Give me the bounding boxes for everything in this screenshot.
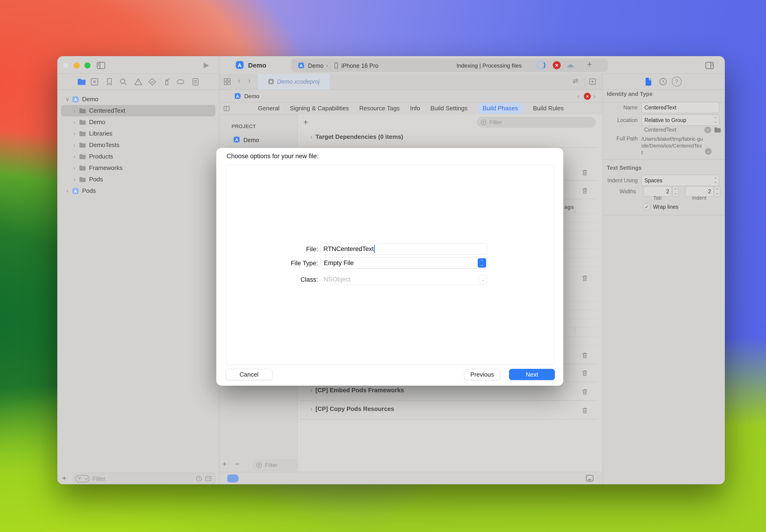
disclosure-icon[interactable]: › [71, 153, 77, 160]
disclosure-icon[interactable]: ∨ [64, 96, 70, 103]
report-navigator-icon[interactable] [191, 77, 200, 86]
disclosure-icon[interactable]: › [310, 406, 312, 412]
minimize-button[interactable] [74, 62, 80, 68]
delete-phase-icon[interactable] [581, 352, 589, 359]
wrap-lines-checkbox[interactable]: ✓ [643, 203, 650, 210]
clear-location-icon[interactable]: ✕ [705, 127, 711, 133]
file-inspector-icon[interactable] [644, 77, 654, 86]
phases-filter-field[interactable]: Filter [477, 117, 596, 128]
scm-filter-icon[interactable] [205, 475, 212, 482]
tab-signing-capabilities[interactable]: Signing & Capabilities [290, 105, 349, 112]
indent-using-popup[interactable]: Spaces ⌃ ⌄ [641, 175, 719, 186]
embed-pods-frameworks-row[interactable]: › [CP] Embed Pods Frameworks [310, 387, 404, 394]
sidebar-item-demotests[interactable]: › DemoTests [57, 139, 219, 151]
back-button[interactable]: ‹ [238, 76, 240, 85]
add-target-button[interactable]: + [222, 460, 227, 468]
delete-phase-icon[interactable] [581, 169, 589, 176]
bookmark-navigator-icon[interactable] [105, 77, 114, 86]
sidebar-item-demo-project[interactable]: ∨ Demo [57, 93, 219, 105]
error-badge[interactable]: ✕ [553, 61, 561, 69]
run-button[interactable]: ▶ [204, 61, 209, 69]
tab-width-stepper[interactable]: ⌃ ⌄ [672, 186, 678, 197]
class-combo[interactable]: NSObject ⌄ [320, 274, 487, 285]
activity-status[interactable]: Indexing | Processing files [445, 62, 522, 69]
copy-pods-resources-row[interactable]: › [CP] Copy Pods Resources [310, 405, 394, 413]
source-control-navigator-icon[interactable] [90, 77, 99, 86]
remove-target-button[interactable]: − [235, 460, 239, 468]
delete-phase-icon[interactable] [581, 274, 589, 282]
toggle-inspector-icon[interactable] [705, 60, 715, 71]
tab-build-phases[interactable]: Build Phases [478, 103, 523, 114]
zoom-button[interactable] [84, 62, 90, 68]
find-navigator-icon[interactable] [118, 77, 128, 86]
history-inspector-icon[interactable] [658, 77, 668, 86]
open-path-arrow-icon[interactable]: → [705, 148, 712, 155]
breakpoint-navigator-icon[interactable] [176, 77, 185, 86]
disclosure-icon[interactable]: › [71, 142, 77, 148]
disclosure-icon[interactable]: › [310, 134, 312, 140]
sidebar-item-centeredtext[interactable]: › CenteredText [61, 105, 215, 116]
project-row-label[interactable]: Demo [243, 137, 259, 144]
tab-build-rules[interactable]: Build Rules [533, 105, 564, 112]
disclosure-icon[interactable]: › [71, 176, 77, 183]
add-build-phase-button[interactable]: + [303, 117, 308, 127]
location-popup[interactable]: Relative to Group ⌃ ⌄ [641, 115, 719, 126]
device-indicator-icon[interactable] [227, 474, 238, 482]
project-pane-filter-field[interactable]: Filter [253, 460, 297, 471]
tab-info[interactable]: Info [410, 105, 420, 112]
run-destination[interactable]: iPhone 16 Pro [341, 62, 378, 69]
editor-options-icon[interactable] [585, 473, 595, 483]
help-inspector-icon[interactable]: ? [672, 77, 682, 86]
project-navigator-icon[interactable] [77, 77, 86, 86]
add-editor-icon[interactable] [588, 77, 597, 86]
sidebar-item-pods-group[interactable]: › Pods [57, 174, 219, 185]
swap-editor-icon[interactable]: ⇄ [573, 77, 579, 85]
sidebar-item-pods-project[interactable]: › Pods [57, 185, 219, 197]
debug-navigator-icon[interactable] [162, 77, 172, 86]
disclosure-icon[interactable]: › [64, 188, 70, 194]
test-navigator-icon[interactable] [147, 77, 157, 86]
previous-button[interactable]: Previous [464, 369, 500, 380]
related-items-icon[interactable] [223, 77, 232, 86]
tab-build-settings[interactable]: Build Settings [431, 105, 468, 112]
jumpbar-item[interactable]: Demo [244, 93, 259, 100]
issue-navigator-icon[interactable] [133, 77, 143, 86]
tab-general[interactable]: General [258, 105, 280, 112]
scheme-name[interactable]: Demo [308, 62, 323, 69]
sidebar-item-frameworks[interactable]: › Frameworks [57, 162, 219, 174]
file-name-input[interactable]: RTNCenteredText [320, 243, 487, 255]
sidebar-item-demo-group[interactable]: › Demo [57, 116, 219, 128]
sidebar-item-libraries[interactable]: › Libraries [57, 128, 219, 139]
choose-folder-icon[interactable] [714, 126, 721, 134]
name-field[interactable]: CenteredText [641, 102, 719, 113]
target-dependencies-row[interactable]: › Target Dependencies (0 items) [310, 133, 403, 140]
jumpbar-error-badge[interactable]: ✕ [584, 93, 591, 100]
add-file-button[interactable]: + [62, 474, 67, 483]
cancel-button[interactable]: Cancel [226, 369, 272, 380]
add-toolbar-button[interactable]: + [587, 59, 592, 69]
delete-phase-icon[interactable] [581, 388, 589, 395]
editor-tab[interactable]: Demo.xcodeproj [257, 74, 330, 90]
disclosure-icon[interactable]: › [71, 130, 77, 137]
issue-forward-button[interactable]: › [593, 92, 596, 100]
combo-chevron-icon[interactable]: ⌄ [479, 275, 487, 284]
delete-phase-icon[interactable] [581, 407, 589, 414]
close-button[interactable] [63, 62, 69, 68]
disclosure-icon[interactable]: › [71, 165, 77, 171]
sidebar-item-products[interactable]: › Products [57, 151, 219, 162]
filter-options-icon[interactable] [75, 475, 90, 483]
issue-back-button[interactable]: ‹ [577, 92, 580, 100]
file-type-popup[interactable]: Empty File ⌃ ⌄ [320, 257, 487, 269]
disclosure-icon[interactable]: › [71, 119, 77, 126]
toggle-navigator-icon[interactable] [96, 60, 106, 71]
tab-resource-tags[interactable]: Resource Tags [359, 105, 400, 112]
next-button[interactable]: Next [509, 369, 555, 380]
forward-button[interactable]: › [248, 76, 251, 85]
indent-width-stepper[interactable]: ⌃ ⌄ [714, 186, 720, 197]
sidebar-filter-field[interactable]: Filter [72, 473, 215, 484]
delete-phase-icon[interactable] [581, 187, 589, 194]
delete-phase-icon[interactable] [581, 369, 589, 377]
recents-filter-icon[interactable] [195, 475, 203, 482]
disclosure-icon[interactable]: › [71, 108, 77, 114]
disclosure-icon[interactable]: › [310, 387, 312, 394]
